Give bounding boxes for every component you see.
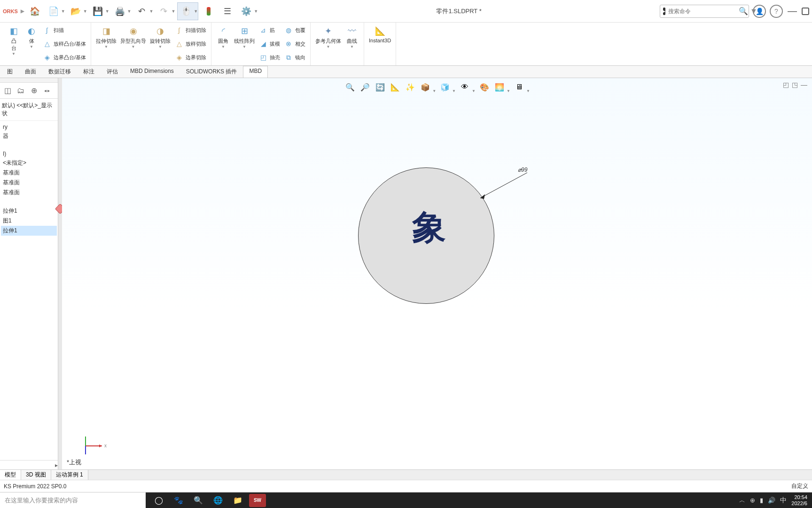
maximize-button[interactable]: [802, 8, 809, 15]
sweep-cut-button[interactable]: ∫扫描切除: [172, 24, 208, 37]
redo-button[interactable]: ↷▼: [155, 3, 175, 20]
settings-button[interactable]: ⚙️▼: [238, 3, 258, 20]
save-button[interactable]: 💾▼: [89, 3, 109, 20]
vp-btn-min[interactable]: —: [801, 81, 807, 88]
minimize-button[interactable]: —: [787, 6, 798, 16]
zoom-fit-icon[interactable]: 🔍: [344, 81, 356, 93]
taskbar-app-solidworks[interactable]: SW: [249, 494, 266, 507]
user-button[interactable]: 👤: [753, 5, 766, 18]
dynamic-view-icon[interactable]: ✨: [404, 81, 416, 93]
command-search[interactable]: ▸ 🔍 ▼: [660, 5, 749, 18]
hide-show-icon[interactable]: 👁: [459, 81, 471, 93]
select-button[interactable]: 🖱️▼: [177, 2, 198, 20]
print-button[interactable]: 🖨️▼: [111, 3, 132, 20]
tab-mbd[interactable]: MBD: [243, 66, 268, 78]
tray-battery-icon[interactable]: ▮: [760, 497, 763, 504]
draft-button[interactable]: ◢拔模: [257, 37, 282, 50]
taskbar-app-search[interactable]: 🔍: [190, 494, 207, 507]
boundary-cut-button[interactable]: ◈边界切除: [172, 51, 208, 64]
display-style-icon[interactable]: 📦: [419, 81, 431, 93]
tree-item[interactable]: ry: [1, 123, 57, 131]
tree-item[interactable]: 图1: [1, 216, 57, 226]
render-settings-icon[interactable]: 🖥: [513, 81, 525, 93]
tree-item[interactable]: <未指定>: [1, 158, 57, 168]
feature-tree[interactable]: ry 器 I) <未指定> 基准面 基准面 基准面 拉伸1 图1 拉伸1: [0, 121, 58, 460]
revolve-boss-button[interactable]: ◐体▼: [23, 24, 40, 65]
tray-ime-label[interactable]: 中: [780, 496, 787, 505]
view-orientation-icon[interactable]: 🧊: [439, 81, 451, 93]
wrap-button[interactable]: ◍包覆: [282, 24, 307, 37]
extrude-cut-button[interactable]: ◨拉伸切除▼: [94, 24, 118, 65]
tree-item-selected[interactable]: 拉伸1: [1, 226, 57, 236]
linear-pattern-button[interactable]: ⊞线性阵列▼: [232, 24, 257, 65]
boundary-button[interactable]: ◈边界凸台/基体: [40, 51, 88, 64]
tray-volume-icon[interactable]: 🔊: [768, 497, 775, 504]
tab-motion-study[interactable]: 运动算例 1: [51, 470, 88, 480]
sw-status-right[interactable]: 自定义: [791, 482, 808, 490]
command-search-input[interactable]: [668, 8, 739, 15]
intersect-button[interactable]: ⊗相交: [282, 37, 307, 50]
tab-data-migration[interactable]: 数据迁移: [42, 66, 77, 78]
appearance-icon[interactable]: 🎨: [478, 81, 491, 93]
panel-grip[interactable]: [0, 78, 58, 83]
panel-scroll-right[interactable]: ▸: [0, 460, 58, 469]
tray-chevron-icon[interactable]: ︿: [739, 496, 745, 505]
ref-geometry-button[interactable]: ✦参考几何体▼: [313, 24, 343, 65]
property-manager-tab[interactable]: 🗂: [15, 85, 26, 96]
config-manager-tab[interactable]: ⊕: [28, 85, 39, 96]
task-view-button[interactable]: ◯: [150, 494, 167, 507]
shell-button[interactable]: ◰抽壳: [257, 51, 282, 64]
instant3d-button[interactable]: 📐Instant3D: [367, 24, 393, 65]
tab-mbd-dimensions[interactable]: MBD Dimensions: [124, 66, 180, 78]
taskbar-app-baidu[interactable]: 🐾: [170, 494, 187, 507]
open-button[interactable]: 📂▼: [67, 3, 87, 20]
tab-surface[interactable]: 曲面: [19, 66, 42, 78]
tree-item[interactable]: 基准面: [1, 168, 57, 178]
tab-addins[interactable]: SOLIDWORKS 插件: [180, 66, 243, 78]
undo-button[interactable]: ↶▼: [133, 3, 153, 20]
taskbar-app-edge[interactable]: 🌐: [210, 494, 226, 507]
windows-search[interactable]: 在这里输入你要搜索的内容: [0, 496, 141, 505]
home-button[interactable]: 🏠: [26, 3, 43, 20]
tab-3d-view[interactable]: 3D 视图: [21, 470, 51, 480]
tray-network-icon[interactable]: ⊕: [750, 497, 755, 504]
loft-button[interactable]: △放样凸台/基体: [40, 37, 88, 50]
tree-item[interactable]: [1, 141, 57, 150]
tree-item[interactable]: 基准面: [1, 188, 57, 198]
rib-button[interactable]: ⊿筋: [257, 24, 282, 37]
tab-model[interactable]: 模型: [0, 470, 21, 480]
scene-icon[interactable]: 🌅: [493, 81, 506, 93]
tab-dimxpert[interactable]: 标注: [77, 66, 101, 78]
tab-sketch[interactable]: 图: [1, 66, 19, 78]
dimension-value[interactable]: ⌀99: [518, 167, 527, 173]
taskbar-app-explorer[interactable]: 📁: [229, 494, 246, 507]
dimension-leader[interactable]: [480, 170, 537, 203]
revolve-cut-button[interactable]: ◑旋转切除▼: [148, 24, 172, 65]
section-view-icon[interactable]: 📐: [389, 81, 401, 93]
mirror-button[interactable]: ⧉镜向: [282, 51, 307, 64]
new-button[interactable]: 📄▼: [45, 3, 65, 20]
model-viewport[interactable]: 🔍 🔎 🔄 📐 ✨ 📦▼ 🧊▼ 👁▼ 🎨 🌅▼ 🖥▼ ◰ ◳ — 象 ⌀99: [62, 78, 812, 469]
sweep-button[interactable]: ∫扫描: [40, 24, 88, 37]
loft-cut-button[interactable]: △放样切除: [172, 37, 208, 50]
tree-item[interactable]: [1, 198, 57, 206]
curves-button[interactable]: 〰曲线▼: [343, 24, 361, 65]
rebuild-button[interactable]: [200, 3, 217, 20]
tab-evaluate[interactable]: 评估: [101, 66, 124, 78]
vp-btn-2[interactable]: ◳: [792, 81, 798, 88]
tray-clock[interactable]: 20:54 2022/6: [791, 494, 807, 506]
prev-view-icon[interactable]: 🔄: [374, 81, 386, 93]
help-button[interactable]: ?: [770, 5, 783, 18]
fillet-button[interactable]: ◜圆角▼: [214, 24, 232, 65]
vp-btn-1[interactable]: ◰: [783, 81, 789, 88]
boss-extrude-button[interactable]: ◧凸台▼: [5, 24, 23, 65]
tree-item[interactable]: 器: [1, 131, 57, 141]
more-tabs[interactable]: ◂ ▸: [41, 85, 53, 96]
zoom-area-icon[interactable]: 🔎: [359, 81, 371, 93]
tree-item[interactable]: I): [1, 150, 57, 158]
tree-item[interactable]: 拉伸1: [1, 206, 57, 216]
panel-splitter[interactable]: [58, 78, 62, 469]
hole-wizard-button[interactable]: ◉异型孔向导▼: [118, 24, 148, 65]
options-list-button[interactable]: ☰: [219, 3, 236, 20]
tree-item[interactable]: 基准面: [1, 178, 57, 188]
